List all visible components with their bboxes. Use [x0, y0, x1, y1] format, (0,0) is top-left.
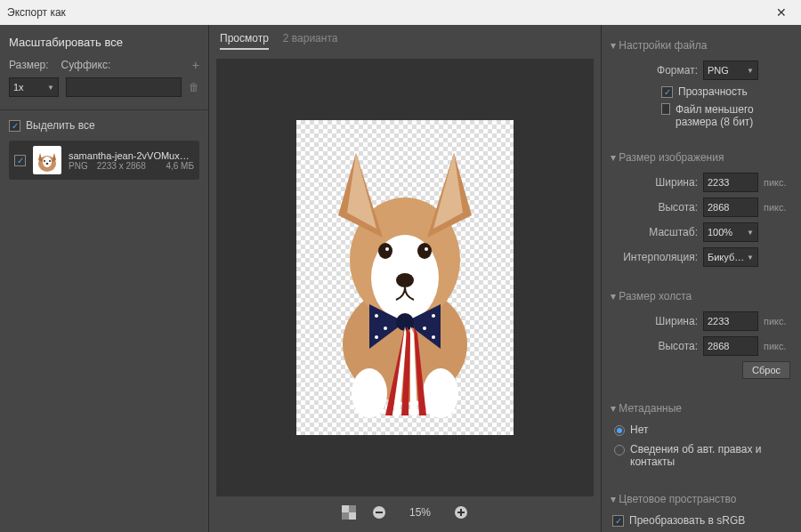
asset-item[interactable]: samantha-jean-2vVOMuxR3XU-… PNG 2233 x 2… [9, 141, 199, 180]
svg-point-3 [49, 160, 51, 162]
size-label: Размер: [9, 59, 49, 71]
svg-point-2 [44, 160, 45, 162]
svg-rect-29 [460, 509, 462, 516]
chevron-down-icon: ▼ [747, 254, 754, 262]
convert-srgb-checkbox[interactable] [612, 515, 624, 527]
preview-image [307, 131, 503, 424]
svg-point-16 [384, 326, 387, 330]
suffix-label: Суффикс: [61, 59, 111, 71]
canvas-size-heading: ▾ Размер холста [602, 290, 790, 302]
metadata-contact-label: Сведения об авт. правах и контакты [630, 443, 773, 468]
chevron-down-icon: ▼ [747, 229, 754, 237]
svg-point-18 [432, 314, 435, 318]
convert-srgb-label: Преобразовать в sRGB [629, 514, 745, 527]
asset-name: samantha-jean-2vVOMuxR3XU-… [69, 150, 194, 161]
svg-rect-26 [376, 512, 383, 513]
svg-point-1 [43, 157, 52, 167]
scale-label: Масштаб: [649, 226, 698, 238]
svg-point-15 [375, 314, 378, 318]
close-icon[interactable]: ✕ [769, 5, 794, 20]
format-label: Формат: [657, 64, 698, 77]
svg-point-11 [417, 243, 432, 259]
scale-select[interactable]: 100%▼ [703, 222, 758, 242]
svg-point-4 [46, 163, 49, 165]
format-select[interactable]: PNG▼ [703, 60, 758, 80]
asset-checkbox[interactable] [14, 155, 26, 166]
resample-select[interactable]: Бикуби…▼ [703, 247, 758, 267]
left-panel: Масштабировать все Размер: Суффикс: + 1x… [0, 25, 209, 532]
preview-canvas [296, 120, 514, 435]
asset-thumbnail [33, 146, 61, 174]
metadata-none-label: Нет [630, 423, 648, 436]
svg-point-10 [378, 243, 392, 259]
svg-point-17 [375, 335, 378, 339]
svg-point-14 [396, 273, 414, 287]
chevron-down-icon: ▼ [47, 84, 54, 92]
canvas-width-label: Ширина: [655, 315, 698, 327]
suffix-input[interactable] [66, 77, 182, 97]
zoom-in-icon[interactable] [454, 505, 468, 520]
smaller-file-label: Файл меньшего размера (8 бит) [676, 103, 790, 128]
metadata-contact-radio[interactable] [614, 445, 625, 455]
reset-button[interactable]: Сброс [742, 361, 790, 379]
canvas-height-label: Высота: [658, 340, 698, 352]
svg-point-6 [352, 368, 387, 418]
transparency-grid-icon[interactable] [342, 505, 356, 520]
smaller-file-checkbox[interactable] [661, 103, 670, 115]
size-value: 1x [13, 82, 24, 93]
asset-dims: 2233 x 2868 [97, 161, 146, 171]
zoom-out-icon[interactable] [372, 505, 386, 520]
tab-two-up[interactable]: 2 варианта [283, 32, 338, 50]
svg-point-7 [423, 368, 458, 418]
svg-point-13 [425, 247, 428, 251]
preview-area [216, 59, 594, 496]
tab-preview[interactable]: Просмотр [220, 32, 269, 50]
img-height-label: Высота: [658, 201, 698, 214]
transparency-label: Прозрачность [678, 85, 748, 98]
title-bar: Экспорт как ✕ [0, 0, 801, 25]
right-panel: ▾ Настройки файла Формат: PNG▼ Прозрачно… [601, 25, 801, 532]
zoom-value: 15% [402, 506, 438, 519]
img-height-input[interactable] [703, 197, 758, 217]
image-size-heading: ▾ Размер изображения [602, 151, 790, 164]
delete-scale-icon[interactable]: 🗑 [189, 81, 199, 93]
asset-format: PNG [69, 161, 88, 171]
file-settings-heading: ▾ Настройки файла [602, 39, 790, 52]
svg-rect-23 [342, 505, 349, 512]
metadata-none-radio[interactable] [614, 425, 625, 436]
size-select[interactable]: 1x ▼ [9, 77, 59, 97]
color-space-heading: ▾ Цветовое пространство [602, 493, 790, 505]
scale-all-heading: Масштабировать все [9, 36, 199, 49]
chevron-down-icon: ▼ [747, 67, 754, 75]
svg-point-19 [423, 326, 426, 330]
img-width-input[interactable] [703, 173, 758, 192]
select-all-checkbox[interactable] [9, 120, 20, 132]
canvas-height-input[interactable] [703, 336, 758, 356]
svg-point-12 [385, 247, 389, 251]
metadata-heading: ▾ Метаданные [602, 402, 790, 415]
resample-label: Интерполяция: [623, 251, 698, 263]
select-all-label: Выделить все [26, 119, 95, 132]
svg-rect-24 [349, 512, 356, 520]
add-scale-icon[interactable]: + [192, 58, 199, 72]
canvas-width-input[interactable] [703, 311, 758, 331]
asset-filesize: 4,6 МБ [166, 161, 194, 171]
img-width-label: Ширина: [655, 176, 698, 189]
transparency-checkbox[interactable] [661, 86, 673, 98]
svg-point-20 [432, 335, 435, 339]
center-panel: Просмотр 2 варианта [209, 25, 601, 532]
window-title: Экспорт как [7, 6, 66, 19]
